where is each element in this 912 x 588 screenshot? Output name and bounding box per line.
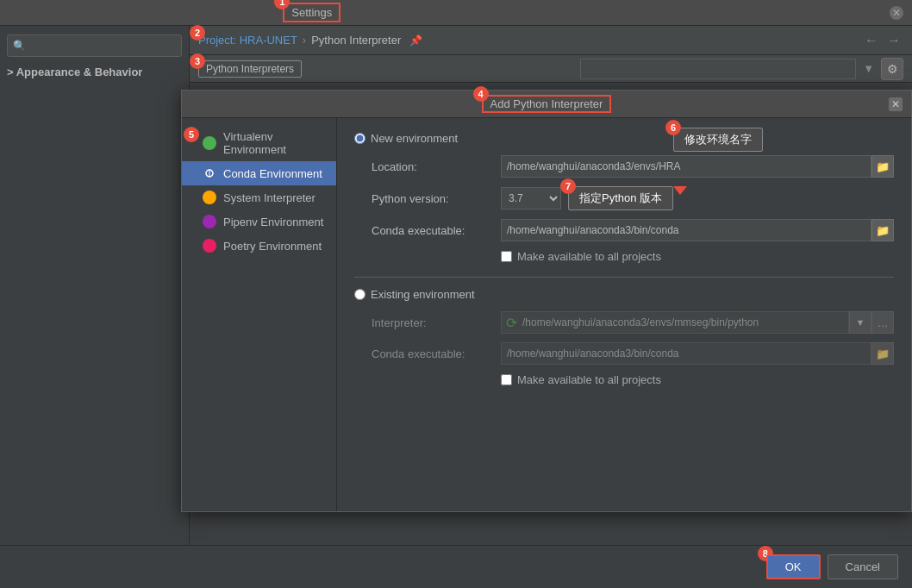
forward-arrow[interactable]: → <box>884 33 903 48</box>
existing-conda-exec-folder-button[interactable]: 📁 <box>871 342 894 365</box>
new-env-make-available-checkbox[interactable] <box>501 251 512 262</box>
python-version-label: Python version: <box>372 192 501 205</box>
new-env-section: New environment Location: 6 修改环境名字 <box>354 132 894 263</box>
cancel-button[interactable]: Cancel <box>828 554 898 579</box>
env-item-system[interactable]: System Interpreter <box>182 185 336 210</box>
location-label: Location: <box>372 160 501 173</box>
sidebar-item-appearance[interactable]: > Appearance & Behavior <box>0 61 189 83</box>
settings-search[interactable]: 🔍 <box>7 34 182 57</box>
new-env-text: New environment <box>371 132 458 145</box>
existing-interpreter-input[interactable] <box>501 311 849 334</box>
interpreter-settings-button[interactable]: ⚙ <box>881 58 903 80</box>
add-interpreter-dialog: Add Python Interpreter 4 ✕ 5 Virtualenv … <box>181 90 912 512</box>
pipenv-icon <box>203 215 216 228</box>
ok-button-wrapper: 8 OK <box>766 554 821 579</box>
env-item-poetry[interactable]: Poetry Environment <box>182 234 336 258</box>
breadcrumb-interpreter: Python Interpreter <box>311 34 401 47</box>
conda-exec-folder-button[interactable]: 📁 <box>871 219 894 241</box>
pipenv-label: Pipenv Environment <box>223 216 323 228</box>
virtualenv-label: Virtualenv Environment <box>223 130 328 156</box>
badge-4: 4 <box>473 86 489 102</box>
dialog-body: 5 Virtualenv Environment Conda Environme… <box>182 118 911 511</box>
badge-7: 7 <box>560 178 576 194</box>
system-icon <box>203 191 216 204</box>
interpreter-dropdown[interactable] <box>580 59 857 79</box>
section-divider <box>354 277 894 278</box>
breadcrumb-bar: 2 Project: HRA-UNET › Python Interpreter… <box>190 26 912 55</box>
existing-env-radio-label[interactable]: Existing environment <box>354 288 894 301</box>
existing-env-radio[interactable] <box>354 289 365 300</box>
location-row: Location: 6 修改环境名字 📁 <box>354 155 894 178</box>
dialog-titlebar: Add Python Interpreter 4 ✕ <box>182 91 911 118</box>
existing-interpreter-dropdown[interactable]: ▼ <box>849 311 871 334</box>
badge-5: 5 <box>184 127 199 142</box>
settings-titlebar: Settings 1 ✕ <box>0 0 912 26</box>
env-list: 5 Virtualenv Environment Conda Environme… <box>182 118 337 511</box>
existing-interpreter-label: Interpreter: <box>372 316 501 329</box>
new-env-radio-label[interactable]: New environment <box>354 132 894 145</box>
dialog-footer: 8 OK Cancel <box>0 545 912 588</box>
env-item-virtualenv[interactable]: 5 Virtualenv Environment <box>182 125 336 161</box>
virtualenv-icon <box>203 136 216 150</box>
dropdown-arrow-icon: ▼ <box>863 62 874 75</box>
existing-env-section: Existing environment Interpreter: ⟳ ▼ … <box>354 288 894 386</box>
interpreter-tab-label[interactable]: Python Interpreters <box>198 60 302 78</box>
breadcrumb-sep: › <box>303 34 306 47</box>
tooltip-arrow <box>673 186 687 195</box>
env-item-conda[interactable]: Conda Environment <box>182 161 336 185</box>
conda-exec-label: Conda executable: <box>372 224 501 237</box>
pin-icon: 📌 <box>409 34 422 47</box>
badge-6: 6 <box>665 120 681 135</box>
existing-interpreter-row: Interpreter: ⟳ ▼ … <box>354 311 894 334</box>
new-env-make-available-label: Make available to all projects <box>517 250 661 263</box>
python-version-tooltip: 7 指定Python 版本 <box>568 186 673 210</box>
env-item-pipenv[interactable]: Pipenv Environment <box>182 210 336 234</box>
existing-env-make-available-label: Make available to all projects <box>517 373 661 386</box>
sidebar-item-label: > Appearance & Behavior <box>7 66 142 78</box>
settings-title: Settings <box>283 3 340 22</box>
conda-exec-input[interactable] <box>501 219 871 241</box>
python-version-controls: 3.7 3.6 3.8 3.9 7 指定Python 版本 <box>501 186 894 210</box>
existing-conda-exec-input[interactable] <box>501 342 871 365</box>
python-version-row: Python version: 3.7 3.6 3.8 3.9 7 指定Pyth… <box>354 186 894 210</box>
existing-env-text: Existing environment <box>371 288 475 301</box>
dialog-title: Add Python Interpreter <box>482 95 612 113</box>
breadcrumb-project[interactable]: Project: HRA-UNET <box>198 34 297 47</box>
location-tooltip: 6 修改环境名字 <box>673 128 763 152</box>
conda-label: Conda Environment <box>223 167 322 180</box>
python-version-select[interactable]: 3.7 3.6 3.8 3.9 <box>501 187 561 210</box>
conda-exec-row: Conda executable: 📁 <box>354 219 894 241</box>
new-env-radio[interactable] <box>354 133 365 144</box>
nav-arrows: ← → <box>862 33 903 48</box>
existing-env-make-available-row: Make available to all projects <box>354 373 894 386</box>
system-label: System Interpreter <box>223 191 315 204</box>
poetry-label: Poetry Environment <box>223 240 322 253</box>
badge-2: 2 <box>190 25 205 41</box>
conda-icon <box>203 166 216 180</box>
existing-conda-exec-label: Conda executable: <box>372 347 501 360</box>
settings-window: Settings 1 ✕ 🔍 > Appearance & Behavior 2… <box>0 0 912 588</box>
new-env-make-available-row: Make available to all projects <box>354 250 894 263</box>
existing-conda-exec-row: Conda executable: 📁 <box>354 342 894 365</box>
settings-sidebar: 🔍 > Appearance & Behavior <box>0 26 190 588</box>
interpreter-bar: 3 Python Interpreters ▼ ⚙ <box>190 55 912 83</box>
config-panel: New environment Location: 6 修改环境名字 <box>337 118 911 511</box>
badge-3: 3 <box>190 53 205 69</box>
existing-env-make-available-checkbox[interactable] <box>501 374 512 385</box>
location-input[interactable] <box>501 155 871 178</box>
location-folder-button[interactable]: 📁 <box>871 155 894 178</box>
existing-interpreter-browse-button[interactable]: … <box>871 311 894 334</box>
poetry-icon <box>203 239 216 253</box>
settings-close-button[interactable]: ✕ <box>890 6 903 20</box>
ok-button[interactable]: OK <box>766 554 821 579</box>
search-icon: 🔍 <box>13 40 26 52</box>
dialog-close-button[interactable]: ✕ <box>889 97 903 111</box>
interpreter-loading-icon: ⟳ <box>506 315 517 331</box>
back-arrow[interactable]: ← <box>862 33 881 48</box>
